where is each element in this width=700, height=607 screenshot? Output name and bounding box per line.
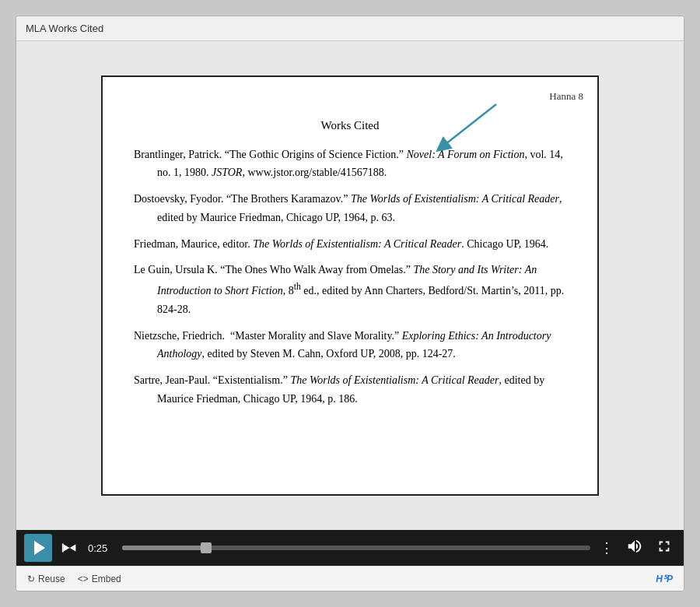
svg-line-0 (442, 104, 496, 147)
document-page: Hanna 8 Works Cited Brantlinger, Patrick… (101, 75, 599, 496)
main-container: MLA Works Cited Hanna 8 Works Cited (16, 16, 684, 591)
volume-icon (626, 538, 643, 555)
bottom-bar: ↻ Reuse <> Embed H⁵P (16, 566, 684, 591)
svg-rect-1 (62, 544, 64, 553)
more-options-button[interactable]: ⋮ (597, 539, 617, 556)
progress-bar[interactable] (122, 546, 590, 550)
bib-entry-6: Sartre, Jean-Paul. “Existentialism.” The… (134, 371, 566, 409)
media-bar: 0:25 ⋮ (16, 530, 684, 566)
bib-entry-4: Le Guin, Ursula K. “The Ones Who Walk Aw… (134, 261, 566, 318)
rewind-button[interactable] (58, 536, 82, 560)
bib-entry-2: Dostoevsky, Fyodor. “The Brothers Karama… (134, 190, 566, 227)
reuse-label: Reuse (38, 574, 65, 584)
reuse-button[interactable]: ↻ Reuse (27, 574, 65, 584)
rewind-icon (61, 539, 79, 556)
title-bar-label: MLA Works Cited (26, 23, 103, 34)
play-button[interactable] (24, 534, 52, 562)
reuse-icon: ↻ (27, 574, 35, 584)
h5p-logo: H⁵P (656, 574, 673, 584)
fullscreen-button[interactable] (653, 538, 676, 558)
bib-entry-5: Nietzsche, Friedrich. “Master Morality a… (134, 327, 566, 364)
progress-fill (122, 546, 206, 550)
embed-label: Embed (92, 574, 121, 584)
page-number: Hanna 8 (549, 88, 583, 105)
arrow-annotation (426, 100, 504, 161)
progress-handle[interactable] (201, 542, 212, 553)
embed-button[interactable]: <> Embed (78, 574, 121, 584)
bib-entry-3: Friedman, Maurice, editor. The Worlds of… (134, 235, 566, 254)
content-area: Hanna 8 Works Cited Brantlinger, Patrick… (16, 41, 684, 530)
fullscreen-icon (656, 538, 673, 555)
title-bar: MLA Works Cited (16, 16, 684, 41)
time-display: 0:25 (88, 542, 116, 554)
embed-icon: <> (78, 574, 89, 584)
volume-button[interactable] (623, 538, 646, 558)
play-icon (34, 541, 45, 555)
